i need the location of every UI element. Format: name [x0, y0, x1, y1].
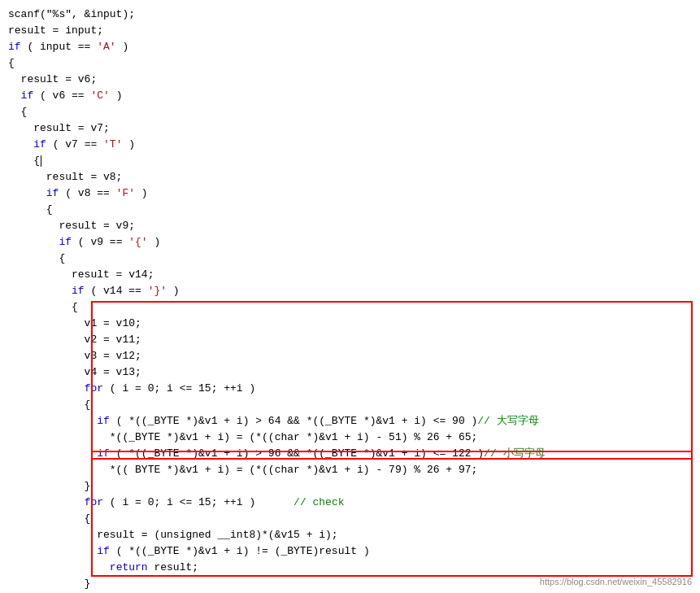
code-line: for ( i = 0; i <= 15; ++i )	[8, 381, 692, 397]
code-text: '{'	[128, 236, 147, 248]
code-text: {	[8, 203, 53, 216]
code-text	[8, 138, 33, 150]
code-text: ( input ==	[21, 41, 98, 53]
code-line: if ( *((_BYTE *)&v1 + i) > 96 && *((_BYT…	[8, 446, 692, 462]
code-text: {	[8, 301, 78, 313]
code-line: scanf("%s", &input);	[8, 7, 692, 23]
code-text: result = v6;	[8, 73, 97, 85]
code-line: {	[8, 55, 692, 72]
code-text: if	[72, 285, 85, 297]
code-line: {	[8, 397, 692, 413]
code-text: if	[33, 138, 46, 150]
code-text: }	[8, 480, 90, 492]
code-line: if ( v7 == 'T' )	[8, 137, 692, 153]
code-text	[8, 89, 21, 102]
code-text: {	[8, 512, 90, 525]
code-line: }	[8, 478, 692, 495]
code-text: if	[8, 41, 21, 53]
code-text	[8, 382, 85, 395]
code-text: )	[122, 138, 135, 150]
code-text: *(( BYTE *)&v1 + i) = (*((char *)&v1 + i…	[8, 464, 477, 476]
code-text: scanf("%s", &input);	[8, 8, 135, 20]
code-text	[8, 236, 59, 248]
code-text: '}'	[148, 285, 167, 297]
code-text	[8, 285, 72, 297]
code-line: v1 = v10;	[8, 316, 692, 332]
code-text: v4 = v13;	[8, 366, 141, 378]
code-line: for ( i = 0; i <= 15; ++i ) // check	[8, 495, 692, 511]
code-line: if ( *((_BYTE *)&v1 + i) != (_BYTE)resul…	[8, 543, 692, 560]
code-text: ( v9 ==	[72, 236, 128, 248]
code-line: result = v7;	[8, 120, 692, 137]
code-text: // check	[293, 496, 344, 508]
code-line: {	[8, 104, 692, 120]
code-text: 'F'	[116, 187, 135, 199]
code-line: result = input;	[8, 23, 692, 39]
code-text: {	[8, 252, 65, 264]
code-text: ( i = 0; i <= 15; ++i )	[103, 496, 293, 508]
code-line: {	[8, 251, 692, 267]
code-text: result = v9;	[8, 220, 135, 232]
code-text: ( v7 ==	[46, 138, 103, 150]
code-line: if ( v14 == '}' )	[8, 283, 692, 299]
code-line: if ( v8 == 'F' )	[8, 185, 692, 202]
code-line: {	[8, 511, 692, 527]
code-text: ( *((_BYTE *)&v1 + i) != (_BYTE)result )	[110, 545, 370, 557]
code-text: if	[97, 415, 110, 427]
code-text: result = input;	[8, 24, 103, 37]
code-text: ( v14 ==	[85, 285, 148, 297]
code-text: v3 = v12;	[8, 350, 141, 362]
code-text: {	[8, 399, 90, 411]
code-text: )	[135, 187, 148, 199]
code-text	[8, 561, 110, 573]
code-text: result = v14;	[8, 268, 154, 281]
code-text: result;	[148, 561, 198, 573]
code-text: // 大写字母	[477, 415, 538, 427]
code-text: v2 = v11;	[8, 334, 141, 346]
code-text: ( v6 ==	[33, 89, 90, 102]
code-text: if	[21, 89, 34, 102]
code-line: *(( BYTE *)&v1 + i) = (*((char *)&v1 + i…	[8, 462, 692, 478]
code-text: return	[110, 561, 148, 573]
code-text: if	[46, 187, 59, 199]
code-text: ( v8 ==	[59, 187, 115, 199]
code-text: if	[97, 545, 110, 557]
code-text	[8, 496, 85, 508]
code-line: v3 = v12;	[8, 348, 692, 364]
code-text: result = v7;	[8, 122, 110, 134]
code-line: {	[8, 299, 692, 316]
code-line: return result;	[8, 560, 692, 576]
code-line: v4 = v13;	[8, 364, 692, 381]
code-line: if ( *((_BYTE *)&v1 + i) > 64 && *((_BYT…	[8, 413, 692, 429]
code-text: {	[8, 155, 40, 167]
code-text: )	[167, 285, 180, 297]
code-text	[8, 187, 46, 199]
code-line: if ( v9 == '{' )	[8, 234, 692, 251]
code-text: if	[97, 447, 110, 460]
code-line: if ( input == 'A' )	[8, 39, 692, 55]
watermark: https://blog.csdn.net/weixin_45582916	[540, 577, 692, 586]
code-line: v2 = v11;	[8, 332, 692, 348]
text-cursor	[41, 155, 41, 167]
code-line: *((_BYTE *)&v1 + i) = (*((char *)&v1 + i…	[8, 429, 692, 446]
code-text: 'C'	[90, 89, 109, 102]
code-text: ( i = 0; i <= 15; ++i )	[103, 382, 255, 395]
code-text	[8, 415, 97, 427]
code-text: *((_BYTE *)&v1 + i) = (*((char *)&v1 + i…	[8, 431, 477, 443]
code-text: result = (unsigned __int8)*(&v15 + i);	[8, 529, 338, 541]
code-text: )	[148, 236, 161, 248]
code-text: }	[8, 578, 90, 590]
code-line: result = v8;	[8, 169, 692, 185]
code-text: for	[85, 496, 103, 508]
code-text: 'A'	[97, 41, 115, 53]
code-text: v1 = v10;	[8, 317, 141, 329]
code-line: result = (unsigned __int8)*(&v15 + i);	[8, 527, 692, 543]
code-line: {	[8, 153, 692, 169]
code-line: result = v6;	[8, 72, 692, 88]
code-text: // 小写字母	[484, 447, 545, 460]
code-line: if ( v6 == 'C' )	[8, 88, 692, 104]
code-text: 'T'	[103, 138, 122, 150]
code-text: {	[8, 106, 27, 118]
code-text: ( *((_BYTE *)&v1 + i) > 96 && *((_BYTE *…	[110, 447, 484, 460]
code-text: for	[85, 382, 103, 395]
